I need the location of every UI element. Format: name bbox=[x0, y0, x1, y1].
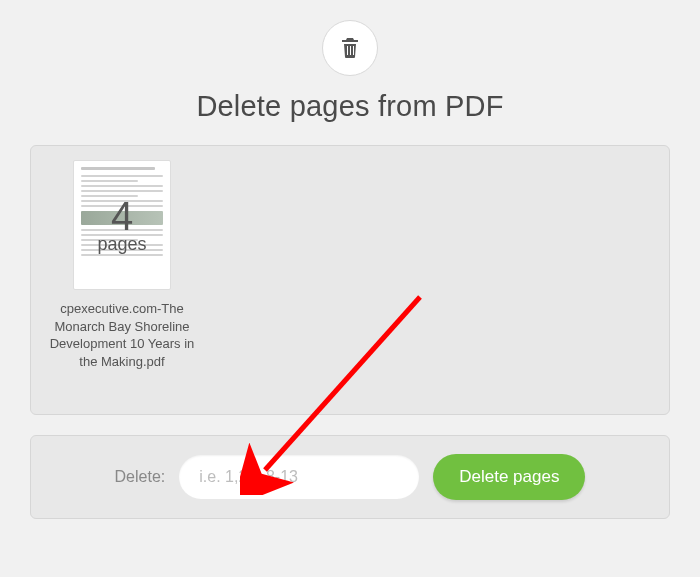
delete-pages-button[interactable]: Delete pages bbox=[433, 454, 585, 500]
file-thumbnail: 4 pages bbox=[73, 160, 171, 290]
file-card[interactable]: 4 pages cpexecutive.com-The Monarch Bay … bbox=[47, 160, 197, 402]
page-title: Delete pages from PDF bbox=[196, 90, 503, 123]
pages-input[interactable] bbox=[179, 455, 419, 499]
file-name-label: cpexecutive.com-The Monarch Bay Shorelin… bbox=[47, 300, 197, 370]
trash-icon-circle bbox=[322, 20, 378, 76]
main-container: Delete pages from PDF 4 bbox=[30, 20, 670, 539]
action-panel: Delete: Delete pages bbox=[30, 435, 670, 519]
trash-icon bbox=[338, 36, 362, 60]
delete-label: Delete: bbox=[115, 468, 166, 486]
files-panel: 4 pages cpexecutive.com-The Monarch Bay … bbox=[30, 145, 670, 415]
